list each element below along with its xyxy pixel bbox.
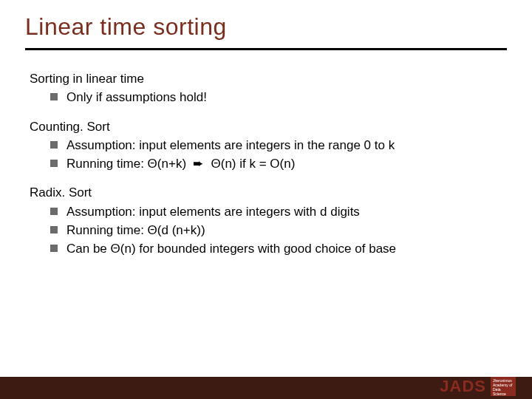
logo: JADS Jheronimus Academy of Data Science: [440, 377, 516, 396]
bullet-icon: [50, 160, 58, 167]
bullet-text: Only if assumptions hold!: [66, 90, 207, 104]
logo-box: Jheronimus Academy of Data Science: [491, 377, 516, 396]
bullet-text: Θ(n) if k = O(n): [211, 157, 296, 171]
bullet-list: Assumption: input elements are integers …: [30, 204, 502, 257]
bullet-icon: [50, 208, 58, 215]
slide: Linear time sorting Sorting in linear ti…: [0, 0, 532, 399]
arrow-icon: ➨: [193, 156, 203, 171]
bullet-icon: [50, 226, 58, 233]
section-head: Sorting in linear time: [30, 71, 502, 86]
bullet-text: Assumption: input elements are integers …: [66, 205, 360, 219]
section-head: Counting. Sort: [30, 119, 502, 134]
bullet-text: Can be Θ(n) for bounded integers with go…: [66, 242, 396, 256]
bullet-icon: [50, 245, 58, 252]
section-head: Radix. Sort: [30, 185, 502, 200]
list-item: Assumption: input elements are integers …: [50, 204, 502, 219]
list-item: Only if assumptions hold!: [50, 89, 502, 105]
list-item: Running time: Θ(n+k) ➨ Θ(n) if k = O(n): [50, 156, 502, 171]
slide-body: Sorting in linear time Only if assumptio…: [0, 50, 532, 256]
footer: JADS Jheronimus Academy of Data Science: [0, 377, 532, 399]
list-item: Can be Θ(n) for bounded integers with go…: [50, 241, 502, 256]
list-item: Running time: Θ(d (n+k)): [50, 222, 502, 238]
bullet-text: Assumption: input elements are integers …: [66, 138, 395, 152]
bullet-list: Assumption: input elements are integers …: [30, 137, 502, 172]
bullet-text: Running time: Θ(d (n+k)): [66, 223, 205, 237]
bullet-text: Running time: Θ(n+k): [66, 157, 186, 171]
logo-text: JADS: [440, 377, 486, 396]
list-item: Assumption: input elements are integers …: [50, 137, 502, 153]
bullet-list: Only if assumptions hold!: [30, 89, 502, 105]
bullet-icon: [50, 93, 58, 100]
bullet-icon: [50, 141, 58, 149]
slide-title: Linear time sorting: [0, 0, 532, 45]
